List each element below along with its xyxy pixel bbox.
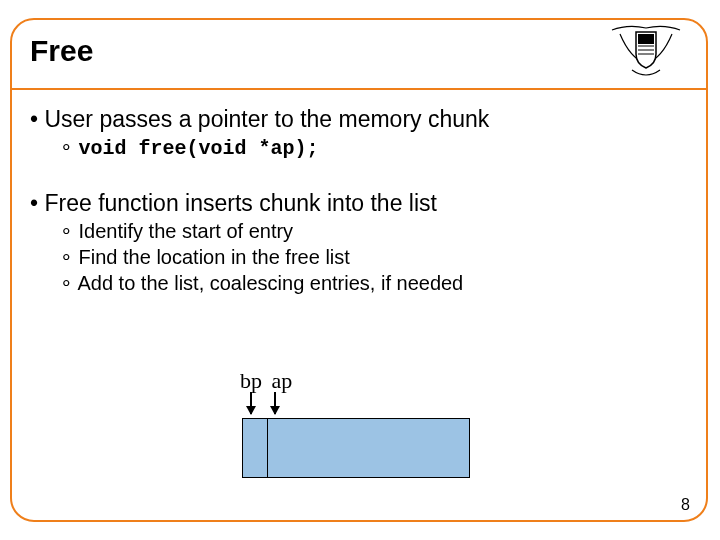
bullet-sub-2c: ∘ Add to the list, coalescing entries, i… [60, 271, 688, 295]
bullet-sub-2a-text: Identify the start of entry [79, 220, 294, 242]
page-number: 8 [681, 496, 690, 514]
bullet-sub-2b: ∘ Find the location in the free list [60, 245, 688, 269]
princeton-shield-logo [610, 24, 682, 80]
bullet-sub-2a: ∘ Identify the start of entry [60, 219, 688, 243]
svg-rect-0 [638, 34, 654, 44]
bullet-main-1: • User passes a pointer to the memory ch… [30, 106, 688, 133]
code-free-signature: void free(void *ap); [79, 137, 319, 160]
bullet-sub-2c-text: Add to the list, coalescing entries, if … [77, 272, 463, 294]
page-title: Free [30, 34, 93, 68]
arrow-bp [250, 392, 252, 414]
arrow-ap [274, 392, 276, 414]
slide-frame: Free • User passes a pointer to the memo… [10, 18, 708, 522]
label-ap: ap [272, 368, 293, 394]
title-divider [12, 88, 706, 90]
memory-chunk [242, 418, 470, 478]
content-area: • User passes a pointer to the memory ch… [30, 104, 688, 297]
bullet-main-2: • Free function inserts chunk into the l… [30, 190, 688, 217]
memory-chunk-diagram: bp ap [232, 368, 512, 488]
bullet-main-1-text: User passes a pointer to the memory chun… [44, 106, 489, 132]
chunk-header-separator [267, 419, 268, 477]
label-bp: bp [240, 368, 262, 394]
bullet-sub-1a: ∘ void free(void *ap); [60, 135, 688, 160]
bullet-main-2-text: Free function inserts chunk into the lis… [44, 190, 436, 216]
pointer-labels: bp ap [240, 368, 292, 394]
bullet-sub-2b-text: Find the location in the free list [79, 246, 350, 268]
